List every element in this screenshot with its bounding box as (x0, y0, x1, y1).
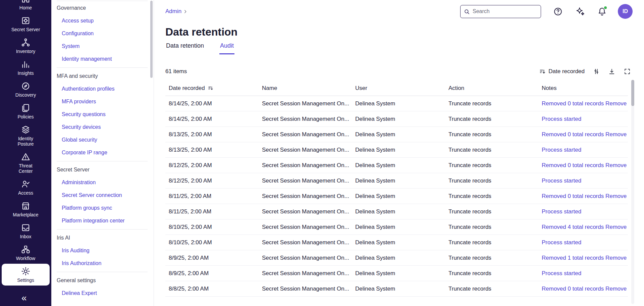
breadcrumb-admin-link[interactable]: Admin (165, 8, 181, 15)
table-scrollbar[interactable] (631, 80, 634, 304)
items-count: 61 items (165, 68, 187, 75)
sidebar-scrollbar[interactable] (150, 1, 153, 305)
search-input[interactable] (461, 5, 541, 18)
sidebar-item-inventory[interactable]: Inventory (0, 35, 51, 57)
table-row: 8/10/25, 2:00 AMSecret Session Managemen… (165, 235, 628, 250)
ai-assistant-button[interactable] (575, 6, 585, 16)
sidebar-item-policies[interactable]: Policies (0, 100, 51, 122)
cell-action: Truncate records (445, 204, 538, 219)
cell-date-recorded: 8/9/25, 2:00 AM (165, 250, 259, 265)
settings-nav-item-platform-groups-sync[interactable]: Platform groups sync (51, 202, 154, 214)
download-button[interactable] (608, 68, 615, 75)
notes-link[interactable]: Removed 4 total records Remove (542, 224, 627, 231)
settings-nav-item-configuration[interactable]: Configuration (51, 27, 154, 40)
table-scrollbar-thumb[interactable] (631, 80, 634, 106)
settings-nav-item-system[interactable]: System (51, 40, 154, 53)
tabs: Data retentionAudit (165, 42, 234, 54)
cell-user: Delinea System (352, 250, 445, 265)
search-box (460, 5, 541, 18)
sidebar-item-label: Secret Server (11, 27, 40, 32)
cell-action: Truncate records (445, 266, 538, 281)
cell-action: Truncate records (445, 111, 538, 126)
settings-nav-item-mfa-providers[interactable]: MFA providers (51, 95, 154, 108)
cell-date-recorded: 8/10/25, 2:00 AM (165, 219, 259, 235)
cell-user: Delinea System (352, 96, 445, 111)
settings-nav-item-secret-server-connection[interactable]: Secret Server connection (51, 189, 154, 202)
column-header-user[interactable]: User (352, 81, 445, 96)
sidebar-item-marketplace[interactable]: Marketplace (0, 198, 51, 220)
notes-link[interactable]: Process started (542, 177, 581, 184)
sidebar-item-discovery[interactable]: Discovery (0, 79, 51, 100)
cell-notes: Process started (538, 173, 628, 188)
settings-nav-item-access-setup[interactable]: Access setup (51, 14, 154, 27)
sidebar-scrollbar-thumb[interactable] (150, 1, 153, 78)
notes-link[interactable]: Process started (542, 208, 581, 215)
column-header-notes[interactable]: Notes (538, 81, 628, 96)
sidebar-item-identity-posture[interactable]: Identity Posture (0, 122, 51, 149)
sidebar-item-secret-server[interactable]: Secret Server (0, 13, 51, 35)
notes-link[interactable]: Process started (542, 147, 581, 153)
settings-nav-item-administration[interactable]: Administration (51, 176, 154, 189)
cell-name: Secret Session Management On... (259, 235, 352, 250)
tab-data-retention[interactable]: Data retention (165, 42, 205, 54)
sidebar-item-access[interactable]: Access (0, 176, 51, 198)
divider (57, 272, 148, 272)
page-title: Data retention (165, 26, 237, 38)
settings-section-title-iris-ai: Iris AI (51, 232, 154, 244)
settings-nav-item-authentication-profiles[interactable]: Authentication profiles (51, 83, 154, 95)
column-header-name[interactable]: Name (259, 81, 352, 96)
cell-action: Truncate records (445, 173, 538, 188)
cell-action: Truncate records (445, 219, 538, 235)
notifications-button[interactable] (597, 6, 607, 16)
filter-button[interactable] (593, 68, 600, 75)
notes-link[interactable]: Removed 0 total records Remove (542, 193, 627, 200)
notes-link[interactable]: Removed 0 total records Remove (542, 131, 627, 138)
sidebar-item-label: Home (19, 5, 32, 10)
settings-nav-item-identity-management[interactable]: Identity management (51, 53, 154, 65)
cell-action: Truncate records (445, 189, 538, 204)
expand-button[interactable] (624, 68, 631, 75)
sidebar-item-insights[interactable]: Insights (0, 57, 51, 79)
sidebar-item-workflow[interactable]: Workflow (0, 242, 51, 264)
expand-icon (624, 68, 631, 75)
notes-link[interactable]: Removed 1 total records Remove (542, 255, 627, 261)
cell-name: Secret Session Management On... (259, 142, 352, 157)
avatar[interactable]: ID (618, 4, 633, 19)
sidebar-item-label: Workflow (16, 256, 35, 261)
collapse-sidebar-button[interactable]: « (21, 293, 27, 303)
column-header-action[interactable]: Action (445, 81, 538, 96)
notes-link[interactable]: Removed 0 total records Remove (542, 162, 627, 169)
settings-nav-item-delinea-expert[interactable]: Delinea Expert (51, 287, 154, 300)
notes-link[interactable]: Process started (542, 270, 581, 277)
sort-button[interactable]: Date recorded (539, 68, 585, 75)
divider (57, 229, 148, 230)
column-header-label: Action (448, 85, 464, 92)
settings-nav-item-corporate-ip-range[interactable]: Corporate IP range (51, 146, 154, 159)
sidebar-item-home[interactable]: Home (0, 0, 51, 13)
notes-link[interactable]: Removed 0 total records Remove (542, 100, 627, 107)
table-row: 8/14/25, 2:00 AMSecret Session Managemen… (165, 96, 628, 111)
notification-dot (603, 6, 607, 10)
sort-icon (539, 68, 546, 75)
policies-icon (21, 103, 31, 113)
cell-user: Delinea System (352, 204, 445, 219)
notes-link[interactable]: Removed 0 total records Remove (542, 286, 627, 292)
workflow-icon (21, 245, 31, 254)
sidebar-item-inbox[interactable]: Inbox (0, 220, 51, 242)
settings-nav-item-security-questions[interactable]: Security questions (51, 108, 154, 121)
tab-audit[interactable]: Audit (219, 42, 234, 54)
column-header-date-recorded[interactable]: Date recorded (165, 81, 259, 96)
settings-nav-item-platform-integration-center[interactable]: Platform integration center (51, 214, 154, 227)
settings-nav-item-global-security[interactable]: Global security (51, 134, 154, 146)
table-header-row: Date recordedNameUserActionNotes (165, 81, 628, 96)
notes-link[interactable]: Process started (542, 116, 581, 122)
settings-nav-item-iris-auditing[interactable]: Iris Auditing (51, 244, 154, 257)
settings-nav-item-security-devices[interactable]: Security devices (51, 121, 154, 134)
sidebar-item-settings[interactable]: Settings (2, 264, 50, 286)
help-button[interactable] (553, 7, 563, 16)
notes-link[interactable]: Process started (542, 239, 581, 246)
cell-user: Delinea System (352, 281, 445, 296)
settings-nav-item-iris-authorization[interactable]: Iris Authorization (51, 257, 154, 270)
cell-action: Truncate records (445, 96, 538, 111)
sidebar-item-threat-center[interactable]: Threat Center (0, 149, 51, 176)
